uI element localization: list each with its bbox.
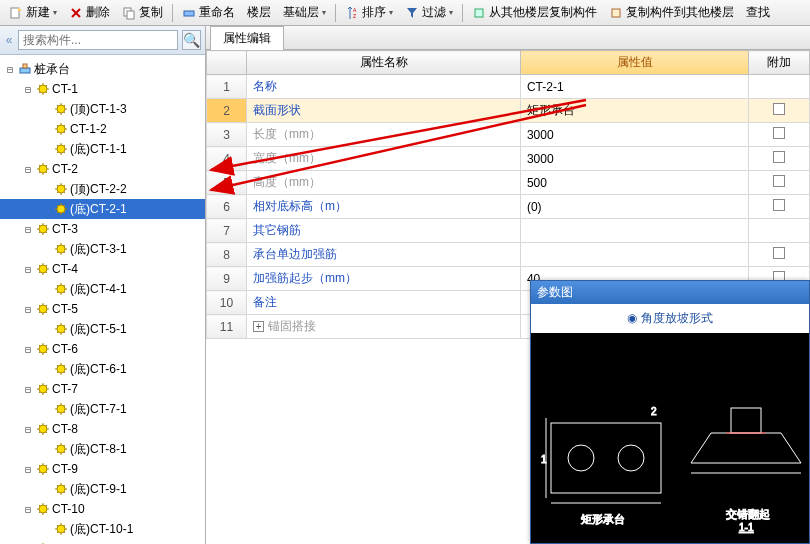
- checkbox[interactable]: [773, 103, 785, 115]
- svg-line-87: [57, 245, 58, 246]
- node-icon: [36, 82, 50, 96]
- copyfrom-icon: [472, 6, 486, 20]
- tree-item[interactable]: ⊟CT-1: [0, 79, 205, 99]
- svg-point-190: [57, 485, 65, 493]
- tree-item[interactable]: (顶)CT-1-3: [0, 99, 205, 119]
- tree-item[interactable]: ⊟CT-12: [0, 539, 205, 544]
- svg-point-91: [39, 265, 47, 273]
- expand-icon[interactable]: ⊟: [22, 384, 34, 395]
- tree-item[interactable]: ⊟CT-10: [0, 499, 205, 519]
- tree-item[interactable]: ⊟CT-9: [0, 459, 205, 479]
- expand-icon[interactable]: ⊟: [22, 84, 34, 95]
- copy-icon: [122, 6, 136, 20]
- tree-item[interactable]: (底)CT-10-1: [0, 519, 205, 539]
- baselayer-button[interactable]: 基础层▾: [278, 1, 331, 24]
- expand-icon[interactable]: ⊟: [22, 464, 34, 475]
- svg-line-187: [46, 472, 47, 473]
- property-row[interactable]: 6相对底标高（m）(0): [207, 195, 810, 219]
- collapse-icon[interactable]: «: [4, 33, 14, 47]
- svg-line-107: [57, 292, 58, 293]
- expand-icon[interactable]: ⊟: [22, 344, 34, 355]
- svg-line-53: [39, 172, 40, 173]
- property-row[interactable]: 2截面形状矩形承台: [207, 99, 810, 123]
- sort-button[interactable]: AZ排序▾: [340, 1, 398, 24]
- node-icon: [36, 462, 50, 476]
- tree-item[interactable]: ⊟CT-5: [0, 299, 205, 319]
- new-button[interactable]: 新建▾: [4, 1, 62, 24]
- tree-item[interactable]: (底)CT-9-1: [0, 479, 205, 499]
- property-row[interactable]: 8承台单边加强筋: [207, 243, 810, 267]
- tree-item[interactable]: ⊟CT-4: [0, 259, 205, 279]
- param-head[interactable]: ◉ 角度放坡形式: [531, 304, 809, 333]
- svg-line-170: [39, 432, 40, 433]
- expand-icon[interactable]: ⊟: [4, 64, 16, 75]
- copyfrom-button[interactable]: 从其他楼层复制构件: [467, 1, 602, 24]
- svg-line-198: [64, 485, 65, 486]
- svg-line-123: [57, 325, 58, 326]
- col-name[interactable]: 属性名称: [247, 51, 521, 75]
- checkbox[interactable]: [773, 199, 785, 211]
- property-row[interactable]: 3长度（mm）3000: [207, 123, 810, 147]
- svg-line-141: [57, 365, 58, 366]
- tree-item[interactable]: ⊟CT-6: [0, 339, 205, 359]
- tree-item[interactable]: (顶)CT-2-2: [0, 179, 205, 199]
- property-row[interactable]: 4宽度（mm）3000: [207, 147, 810, 171]
- col-extra[interactable]: 附加: [749, 51, 810, 75]
- copyto-button[interactable]: 复制构件到其他楼层: [604, 1, 739, 24]
- node-label: CT-2: [52, 162, 201, 176]
- svg-line-45: [64, 145, 65, 146]
- floor-button[interactable]: 楼层: [242, 1, 276, 24]
- rename-button[interactable]: 重命名: [177, 1, 240, 24]
- tree-item[interactable]: ⊟桩承台: [0, 59, 205, 79]
- svg-line-177: [57, 445, 58, 446]
- tree-item[interactable]: (底)CT-3-1: [0, 239, 205, 259]
- expand-icon[interactable]: ⊟: [22, 504, 34, 515]
- search-button[interactable]: 🔍: [182, 30, 201, 50]
- tree-item[interactable]: (底)CT-2-1: [0, 199, 205, 219]
- tree-item[interactable]: (底)CT-4-1: [0, 279, 205, 299]
- svg-text:交错翻起: 交错翻起: [726, 508, 770, 520]
- dropdown-icon: ▾: [389, 8, 393, 17]
- find-button[interactable]: 查找: [741, 1, 775, 24]
- checkbox[interactable]: [773, 151, 785, 163]
- checkbox[interactable]: [773, 247, 785, 259]
- tree-item[interactable]: (底)CT-1-1: [0, 139, 205, 159]
- expand-icon[interactable]: ⊟: [22, 304, 34, 315]
- checkbox[interactable]: [773, 175, 785, 187]
- tree-item[interactable]: (底)CT-8-1: [0, 439, 205, 459]
- delete-button[interactable]: 删除: [64, 1, 115, 24]
- tab-properties[interactable]: 属性编辑: [210, 26, 284, 50]
- component-tree[interactable]: ⊟桩承台⊟CT-1(顶)CT-1-3CT-1-2(底)CT-1-1⊟CT-2(顶…: [0, 55, 205, 544]
- tree-item[interactable]: ⊟CT-7: [0, 379, 205, 399]
- property-row[interactable]: 1名称CT-2-1: [207, 75, 810, 99]
- svg-line-162: [64, 405, 65, 406]
- node-icon: [36, 262, 50, 276]
- expand-icon[interactable]: ⊟: [22, 164, 34, 175]
- filter-button[interactable]: 过滤▾: [400, 1, 458, 24]
- node-label: (底)CT-10-1: [70, 521, 201, 538]
- property-row[interactable]: 7其它钢筋: [207, 219, 810, 243]
- tree-item[interactable]: (底)CT-5-1: [0, 319, 205, 339]
- svg-line-188: [39, 472, 40, 473]
- property-row[interactable]: 5高度（mm）500: [207, 171, 810, 195]
- search-input[interactable]: [18, 30, 178, 50]
- dropdown-icon: ▾: [53, 8, 57, 17]
- svg-point-118: [57, 325, 65, 333]
- expand-icon[interactable]: ⊟: [22, 264, 34, 275]
- tab-bar: 属性编辑: [206, 26, 810, 50]
- checkbox[interactable]: [773, 127, 785, 139]
- node-icon: [54, 242, 68, 256]
- expand-icon[interactable]: ⊟: [22, 224, 34, 235]
- tree-item[interactable]: (底)CT-6-1: [0, 359, 205, 379]
- tree-item[interactable]: (底)CT-7-1: [0, 399, 205, 419]
- expand-icon[interactable]: ⊟: [22, 424, 34, 435]
- svg-line-150: [39, 385, 40, 386]
- tree-item[interactable]: ⊟CT-2: [0, 159, 205, 179]
- tree-item[interactable]: ⊟CT-3: [0, 219, 205, 239]
- col-value[interactable]: 属性值: [520, 51, 748, 75]
- svg-line-124: [64, 332, 65, 333]
- copy-button[interactable]: 复制: [117, 1, 168, 24]
- tree-item[interactable]: ⊟CT-8: [0, 419, 205, 439]
- node-label: CT-4: [52, 262, 201, 276]
- tree-item[interactable]: CT-1-2: [0, 119, 205, 139]
